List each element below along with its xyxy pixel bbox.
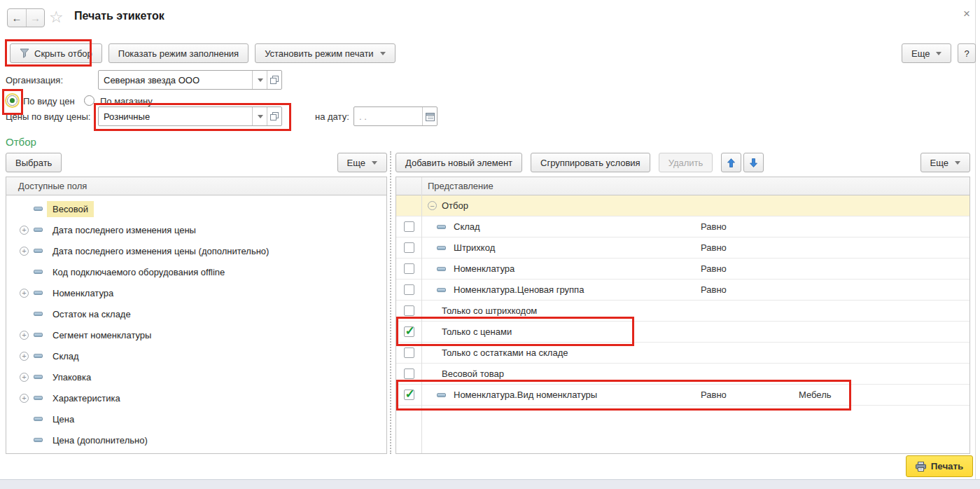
more-label: Еще	[930, 158, 948, 168]
filter-row[interactable]: НоменклатураРавно	[396, 259, 969, 280]
dropdown-button[interactable]	[252, 71, 267, 89]
organization-value: Северная звезда ООО	[99, 71, 252, 89]
toolbar-spacer	[62, 153, 337, 172]
add-element-button[interactable]: Добавить новый элемент	[396, 153, 522, 172]
open-button[interactable]	[267, 71, 281, 89]
row-checkbox[interactable]	[404, 305, 414, 316]
filter-row-label: Весовой товар	[442, 369, 504, 379]
expand-icon[interactable]: +	[20, 352, 29, 361]
row-checkbox[interactable]	[404, 284, 414, 295]
select-button[interactable]: Выбрать	[6, 153, 62, 172]
date-field[interactable]: . .	[354, 106, 438, 126]
available-fields-header: Доступные поля	[6, 177, 386, 195]
panel-splitter[interactable]	[390, 151, 391, 454]
open-icon	[270, 76, 279, 84]
more-button-right-panel[interactable]: Еще	[920, 153, 970, 172]
available-field-row[interactable]: +Характеристика	[6, 387, 386, 408]
hide-filter-button[interactable]: Скрыть отбор	[10, 43, 102, 63]
group-conditions-button[interactable]: Сгруппировать условия	[531, 153, 650, 172]
expand-icon[interactable]: +	[20, 394, 29, 403]
available-field-label: Весовой	[47, 201, 94, 217]
filter-row-label: Номенклатура.Вид номенклатуры	[454, 390, 597, 400]
row-checkbox[interactable]	[404, 347, 414, 358]
forward-button[interactable]: →	[26, 9, 44, 27]
filter-row-condition: Равно	[701, 284, 799, 295]
available-field-row[interactable]: Цена (дополнительно)	[6, 429, 386, 450]
right-panel-toolbar: Добавить новый элемент Сгруппировать усл…	[396, 153, 970, 172]
representation-header: Представление	[396, 177, 969, 195]
attribute-icon	[437, 246, 446, 250]
price-type-value: Розничные	[99, 107, 252, 125]
expand-icon[interactable]: +	[20, 373, 29, 382]
row-checkbox[interactable]	[404, 221, 414, 232]
expand-icon[interactable]: +	[20, 226, 29, 235]
available-field-row[interactable]: Остаток на складе	[6, 303, 386, 324]
price-type-field[interactable]: Розничные	[98, 106, 282, 126]
row-checkbox-checked[interactable]	[404, 390, 414, 400]
reorder-buttons	[721, 153, 764, 172]
filter-row[interactable]: ШтрихкодРавно	[396, 237, 969, 259]
open-button[interactable]	[267, 107, 281, 125]
available-field-row[interactable]: +Дата последнего изменения цены	[6, 219, 386, 240]
filter-row-label: Только со штрихкодом	[442, 305, 537, 316]
available-field-label: Код подключаемого оборудования offline	[52, 267, 225, 277]
favorite-star-icon[interactable]: ☆	[49, 8, 64, 26]
filter-group-row[interactable]: − Отбор	[396, 195, 969, 216]
available-field-row[interactable]: +Склад	[6, 345, 386, 366]
expand-spacer	[20, 436, 29, 445]
available-field-row[interactable]: +Сегмент номенклатуры	[6, 324, 386, 345]
help-button[interactable]: ?	[958, 43, 975, 63]
filter-row[interactable]: Только с остатками на складе	[396, 343, 969, 364]
organization-field[interactable]: Северная звезда ООО	[98, 70, 282, 90]
available-field-label: Цена	[52, 414, 74, 425]
row-checkbox[interactable]	[404, 263, 414, 274]
filter-panel: Представление − Отбор СкладРавноШтрихкод…	[396, 177, 970, 454]
filter-row[interactable]: Номенклатура.Вид номенклатурыРавноМебель	[396, 385, 969, 406]
more-button-top[interactable]: Еще	[902, 43, 951, 63]
available-field-row[interactable]: Весовой	[6, 198, 386, 219]
calendar-button[interactable]	[422, 107, 437, 125]
radio-by-store-label[interactable]: По магазину	[100, 95, 153, 106]
move-up-button[interactable]	[721, 153, 741, 172]
filter-row-condition: Равно	[701, 263, 799, 274]
available-field-row[interactable]: Цена	[6, 408, 386, 429]
radio-by-price-type[interactable]	[7, 95, 18, 106]
more-button-left-panel[interactable]: Еще	[337, 153, 387, 172]
available-field-row[interactable]: +Номенклатура	[6, 282, 386, 303]
back-button[interactable]: ←	[8, 9, 26, 27]
checkbox-cell	[396, 390, 421, 400]
collapse-icon[interactable]: −	[428, 201, 437, 210]
representation-cell: Только со штрихкодом	[421, 305, 701, 316]
row-checkbox[interactable]	[404, 369, 414, 379]
move-down-button[interactable]	[743, 153, 764, 172]
expand-spacer	[20, 310, 29, 319]
radio-by-price-type-label[interactable]: По виду цен	[23, 95, 75, 106]
filter-row[interactable]: Только со штрихкодом	[396, 301, 969, 322]
available-fields-panel: Доступные поля Весовой+Дата последнего и…	[6, 177, 387, 454]
arrow-down-icon	[750, 158, 757, 167]
expand-icon[interactable]: +	[20, 331, 29, 340]
filter-row[interactable]: Номенклатура.Ценовая группаРавно	[396, 280, 969, 301]
available-field-label: Дата последнего изменения цены (дополнит…	[52, 246, 269, 256]
attribute-icon	[34, 249, 43, 253]
available-field-row[interactable]: +Упаковка	[6, 366, 386, 387]
set-print-mode-button[interactable]: Установить режим печати	[255, 43, 395, 63]
print-button[interactable]: Печать	[906, 455, 973, 477]
radio-by-store[interactable]	[84, 95, 94, 106]
row-checkbox-checked[interactable]	[404, 326, 414, 337]
hide-filter-label: Скрыть отбор	[34, 48, 92, 59]
filter-row[interactable]: СкладРавно	[396, 216, 969, 237]
delete-button[interactable]: Удалить	[659, 153, 713, 172]
show-fill-mode-button[interactable]: Показать режим заполнения	[108, 43, 248, 63]
filter-row[interactable]: Весовой товар	[396, 364, 969, 385]
available-field-row[interactable]: +Дата последнего изменения цены (дополни…	[6, 240, 386, 261]
dropdown-button[interactable]	[252, 107, 267, 125]
expand-icon[interactable]: +	[20, 247, 29, 256]
available-field-row[interactable]: Код подключаемого оборудования offline	[6, 261, 386, 282]
checkbox-cell	[396, 242, 421, 253]
arrow-right-icon: →	[30, 12, 41, 24]
expand-icon[interactable]: +	[20, 289, 29, 298]
row-checkbox[interactable]	[404, 242, 414, 253]
close-icon[interactable]: ×	[963, 7, 970, 21]
filter-row[interactable]: Только с ценами	[396, 322, 969, 343]
